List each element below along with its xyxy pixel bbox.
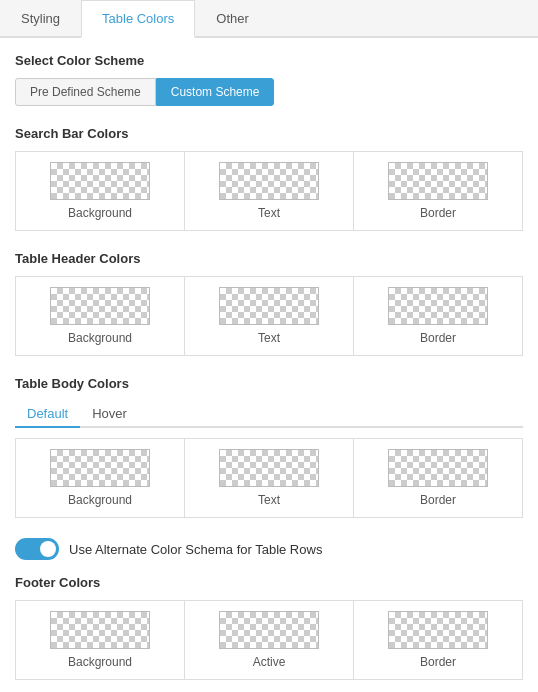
toggle-thumb: [40, 541, 56, 557]
footer-active-label: Active: [253, 655, 286, 669]
search-bar-text[interactable]: Text: [185, 152, 354, 230]
search-bar-background-swatch[interactable]: [50, 162, 150, 200]
alternate-color-row: Use Alternate Color Schema for Table Row…: [15, 538, 523, 560]
footer-border[interactable]: Border: [354, 601, 522, 679]
table-body-colors-title: Table Body Colors: [15, 376, 523, 391]
table-header-background-swatch[interactable]: [50, 287, 150, 325]
search-bar-colors-title: Search Bar Colors: [15, 126, 523, 141]
footer-color-group: Background Active Border: [15, 600, 523, 680]
color-scheme-title: Select Color Scheme: [15, 53, 523, 68]
table-body-background-label: Background: [68, 493, 132, 507]
pre-defined-scheme-button[interactable]: Pre Defined Scheme: [15, 78, 156, 106]
search-bar-color-group: Background Text Border: [15, 151, 523, 231]
search-bar-text-label: Text: [258, 206, 280, 220]
alternate-color-label: Use Alternate Color Schema for Table Row…: [69, 542, 322, 557]
footer-active[interactable]: Active: [185, 601, 354, 679]
table-body-border-swatch[interactable]: [388, 449, 488, 487]
footer-colors-title: Footer Colors: [15, 575, 523, 590]
footer-active-swatch[interactable]: [219, 611, 319, 649]
tab-bar: Styling Table Colors Other: [0, 0, 538, 38]
table-header-border-label: Border: [420, 331, 456, 345]
table-body-background-swatch[interactable]: [50, 449, 150, 487]
footer-background[interactable]: Background: [16, 601, 185, 679]
table-header-text-label: Text: [258, 331, 280, 345]
alternate-color-toggle[interactable]: [15, 538, 59, 560]
table-body-text-label: Text: [258, 493, 280, 507]
table-header-background[interactable]: Background: [16, 277, 185, 355]
search-bar-border[interactable]: Border: [354, 152, 522, 230]
table-body-background[interactable]: Background: [16, 439, 185, 517]
table-header-border[interactable]: Border: [354, 277, 522, 355]
search-bar-text-swatch[interactable]: [219, 162, 319, 200]
table-header-color-group: Background Text Border: [15, 276, 523, 356]
custom-scheme-button[interactable]: Custom Scheme: [156, 78, 275, 106]
table-body-border-label: Border: [420, 493, 456, 507]
table-body-color-group: Background Text Border: [15, 438, 523, 518]
scheme-buttons: Pre Defined Scheme Custom Scheme: [15, 78, 523, 106]
footer-background-swatch[interactable]: [50, 611, 150, 649]
tab-table-colors[interactable]: Table Colors: [81, 0, 195, 38]
footer-border-label: Border: [420, 655, 456, 669]
search-bar-background[interactable]: Background: [16, 152, 185, 230]
table-header-text[interactable]: Text: [185, 277, 354, 355]
table-body-text[interactable]: Text: [185, 439, 354, 517]
search-bar-border-label: Border: [420, 206, 456, 220]
table-body-border[interactable]: Border: [354, 439, 522, 517]
main-content: Select Color Scheme Pre Defined Scheme C…: [0, 38, 538, 692]
sub-tab-bar: Default Hover: [15, 401, 523, 428]
table-body-text-swatch[interactable]: [219, 449, 319, 487]
sub-tab-hover[interactable]: Hover: [80, 401, 139, 428]
footer-border-swatch[interactable]: [388, 611, 488, 649]
tab-styling[interactable]: Styling: [0, 0, 81, 36]
search-bar-background-label: Background: [68, 206, 132, 220]
footer-background-label: Background: [68, 655, 132, 669]
table-header-colors-title: Table Header Colors: [15, 251, 523, 266]
tab-other[interactable]: Other: [195, 0, 270, 36]
table-header-background-label: Background: [68, 331, 132, 345]
table-header-border-swatch[interactable]: [388, 287, 488, 325]
search-bar-border-swatch[interactable]: [388, 162, 488, 200]
sub-tab-default[interactable]: Default: [15, 401, 80, 428]
table-header-text-swatch[interactable]: [219, 287, 319, 325]
toggle-track: [15, 538, 59, 560]
